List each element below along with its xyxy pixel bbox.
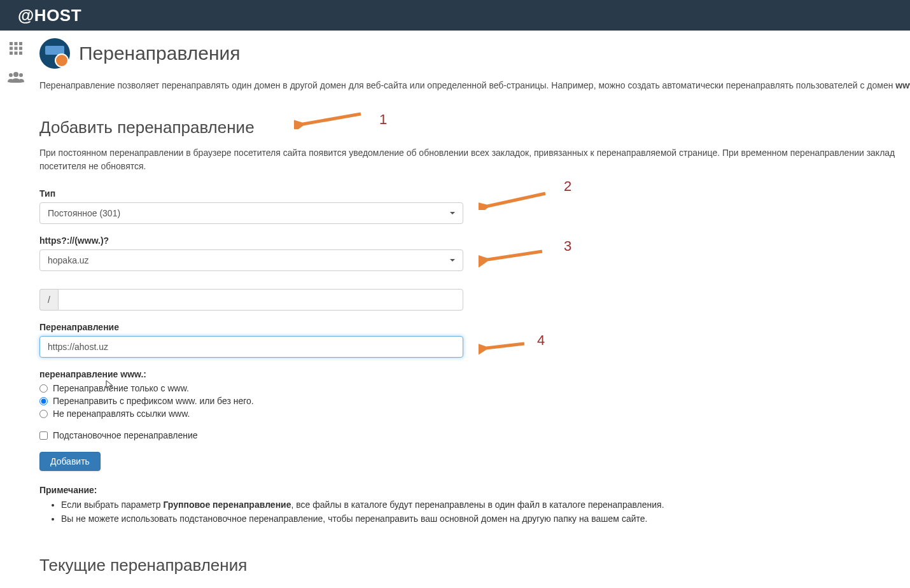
page-title: Перенаправления — [79, 43, 241, 64]
note-text: Если выбрать параметр — [61, 500, 163, 510]
radio-www-none[interactable]: Не перенаправлять ссылки www. — [39, 409, 910, 419]
redirect-input[interactable] — [39, 336, 463, 358]
intro-part: Перенаправление позволяет перенаправлять… — [39, 80, 895, 90]
svg-point-9 — [13, 72, 18, 77]
intro-bold: www.example.com — [895, 80, 910, 90]
note-item: Вы не можете использовать подстановочное… — [61, 512, 910, 526]
layout: Перенаправления Перенаправление позволяе… — [0, 31, 910, 588]
svg-line-14 — [487, 251, 542, 260]
www-group: перенаправление www.: Перенаправление то… — [39, 369, 910, 419]
intro-text: Перенаправление позволяет перенаправлять… — [39, 79, 910, 92]
svg-point-10 — [9, 73, 13, 77]
svg-rect-5 — [19, 47, 22, 50]
svg-rect-8 — [19, 52, 22, 55]
app-header: @HOST — [0, 0, 910, 31]
radio-input[interactable] — [39, 384, 48, 393]
annotation-3: 3 — [479, 248, 571, 267]
radio-label: Не перенаправлять ссылки www. — [53, 409, 190, 419]
note-item: Если выбрать параметр Групповое перенапр… — [61, 498, 910, 512]
svg-rect-3 — [10, 47, 13, 50]
annotation-4: 4 — [479, 337, 545, 356]
www-group-label: перенаправление www.: — [39, 369, 910, 379]
wildcard-label: Подстановочное перенаправление — [53, 430, 198, 440]
note-label: Примечание: — [39, 485, 910, 495]
svg-rect-4 — [15, 47, 18, 50]
svg-line-15 — [486, 344, 524, 348]
svg-rect-7 — [15, 52, 18, 55]
add-redirect-subtitle: При постоянном перенаправлении в браузер… — [39, 146, 910, 173]
svg-rect-6 — [10, 52, 13, 55]
page-header: Перенаправления — [39, 38, 910, 69]
radio-www-only[interactable]: Перенаправление только с www. — [39, 383, 910, 393]
path-prefix: / — [39, 289, 58, 311]
content-area: Перенаправления Перенаправление позволяе… — [32, 31, 910, 588]
domain-select[interactable]: hopaka.uz — [39, 249, 463, 271]
svg-rect-1 — [15, 42, 18, 45]
users-icon[interactable] — [8, 71, 24, 85]
annotation-num: 4 — [537, 332, 545, 349]
redirect-icon — [39, 38, 70, 69]
wildcard-row[interactable]: Подстановочное перенаправление — [39, 430, 910, 440]
path-group: / — [39, 289, 463, 311]
sub-line: При постоянном перенаправлении в браузер… — [39, 148, 895, 158]
sidebar — [0, 31, 32, 588]
path-row: / — [39, 289, 910, 311]
svg-rect-2 — [19, 42, 22, 45]
note-bold: Групповое перенаправление — [163, 500, 291, 510]
redirect-row: Перенаправление 4 — [39, 322, 910, 358]
domain-row: https?://(www.)? hopaka.uz 3 — [39, 235, 910, 271]
add-redirect-title: Добавить перенаправление — [39, 118, 910, 137]
radio-www-both[interactable]: Перенаправить с префиксом www. или без н… — [39, 396, 910, 406]
radio-label: Перенаправление только с www. — [53, 383, 189, 393]
current-redirects-title: Текущие перенаправления — [39, 556, 910, 575]
type-label: Тип — [39, 188, 910, 199]
grid-icon[interactable] — [8, 41, 24, 58]
sub-line: посетителя не обновятся. — [39, 161, 146, 171]
type-row: Тип Постоянное (301) 2 — [39, 188, 910, 224]
radio-input[interactable] — [39, 410, 48, 418]
svg-point-11 — [19, 73, 23, 77]
redirect-label: Перенаправление — [39, 322, 910, 332]
path-input[interactable] — [58, 289, 463, 311]
wildcard-checkbox[interactable] — [39, 431, 48, 440]
add-button[interactable]: Добавить — [39, 452, 101, 471]
notes-list: Если выбрать параметр Групповое перенапр… — [39, 498, 910, 526]
brand-logo: @HOST — [18, 6, 81, 25]
type-select[interactable]: Постоянное (301) — [39, 202, 463, 224]
note-text: , все файлы в каталоге будут перенаправл… — [291, 500, 664, 510]
https-label: https?://(www.)? — [39, 235, 910, 246]
radio-input[interactable] — [39, 397, 48, 405]
radio-label: Перенаправить с префиксом www. или без н… — [53, 396, 254, 406]
svg-rect-0 — [10, 42, 13, 45]
